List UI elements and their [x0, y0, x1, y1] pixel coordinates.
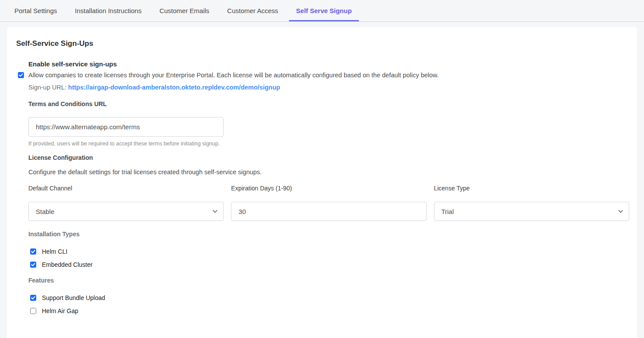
helm-air-gap-option[interactable]: Helm Air Gap	[30, 307, 629, 314]
license-config-fields: Default Channel Stable Expiration Days (…	[28, 185, 629, 221]
helm-cli-option[interactable]: Helm CLI	[30, 248, 629, 255]
embedded-cluster-checkbox[interactable]	[30, 262, 36, 268]
signup-url-label: Sign-up URL:	[28, 84, 66, 91]
expiration-days-field: Expiration Days (1-90)	[231, 185, 426, 221]
license-type-label: License Type	[434, 185, 629, 192]
tab-self-serve-signup[interactable]: Self Serve Signup	[289, 0, 359, 21]
helm-air-gap-checkbox[interactable]	[30, 308, 36, 314]
license-config-heading: License Configuration	[28, 154, 629, 161]
enable-signups-heading: Enable self-service sign-ups	[28, 60, 629, 68]
tab-customer-access[interactable]: Customer Access	[220, 0, 285, 21]
expiration-days-label: Expiration Days (1-90)	[231, 185, 426, 192]
helm-cli-checkbox[interactable]	[30, 248, 36, 255]
expiration-days-input[interactable]	[231, 202, 426, 221]
terms-section: Terms and Conditions URL If provided, us…	[28, 100, 629, 147]
license-config-section: License Configuration Configure the defa…	[28, 154, 629, 221]
signup-url-link[interactable]: https://airgap-download-amberalston.okte…	[68, 84, 280, 91]
features-section: Features Support Bundle Upload Helm Air …	[28, 277, 629, 314]
enable-signups-row: Allow companies to create licenses throu…	[18, 71, 629, 79]
helm-cli-label[interactable]: Helm CLI	[42, 248, 67, 255]
signup-url-line: Sign-up URL: https://airgap-download-amb…	[28, 84, 629, 91]
terms-url-input[interactable]	[28, 117, 224, 137]
installation-types-heading: Installation Types	[28, 231, 629, 238]
checkmark-icon	[31, 263, 35, 266]
tab-portal-settings[interactable]: Portal Settings	[7, 0, 64, 21]
installation-types-section: Installation Types Helm CLI Embedded Clu…	[28, 231, 629, 268]
support-bundle-upload-checkbox[interactable]	[30, 295, 36, 301]
settings-tab-bar: Portal Settings Installation Instruction…	[0, 0, 644, 22]
tab-customer-emails[interactable]: Customer Emails	[152, 0, 216, 21]
default-channel-select[interactable]: Stable	[28, 202, 224, 221]
default-channel-field: Default Channel Stable	[28, 185, 224, 221]
checkmark-icon	[19, 73, 23, 77]
embedded-cluster-option[interactable]: Embedded Cluster	[30, 261, 629, 268]
license-type-field: License Type Trial	[434, 185, 629, 221]
checkmark-icon	[31, 250, 35, 253]
default-channel-label: Default Channel	[28, 185, 224, 192]
license-config-description: Configure the default settings for trial…	[28, 169, 629, 176]
self-serve-signup-panel: Self-Service Sign-Ups Enable self-servic…	[7, 27, 637, 338]
checkmark-icon	[31, 296, 35, 300]
tab-installation-instructions[interactable]: Installation Instructions	[68, 0, 149, 21]
enable-signups-checkbox[interactable]	[18, 72, 24, 78]
enable-signups-description: Allow companies to create licenses throu…	[28, 71, 439, 79]
features-heading: Features	[28, 277, 629, 284]
embedded-cluster-label[interactable]: Embedded Cluster	[42, 261, 93, 268]
enable-signups-section: Enable self-service sign-ups Allow compa…	[18, 60, 629, 91]
helm-air-gap-label[interactable]: Helm Air Gap	[42, 307, 78, 314]
terms-url-label: Terms and Conditions URL	[28, 100, 629, 107]
page-title: Self-Service Sign-Ups	[16, 39, 629, 48]
support-bundle-upload-label[interactable]: Support Bundle Upload	[42, 294, 105, 301]
license-type-select[interactable]: Trial	[434, 202, 629, 221]
terms-help-text: If provided, users will be required to a…	[28, 141, 629, 147]
support-bundle-upload-option[interactable]: Support Bundle Upload	[30, 294, 629, 301]
